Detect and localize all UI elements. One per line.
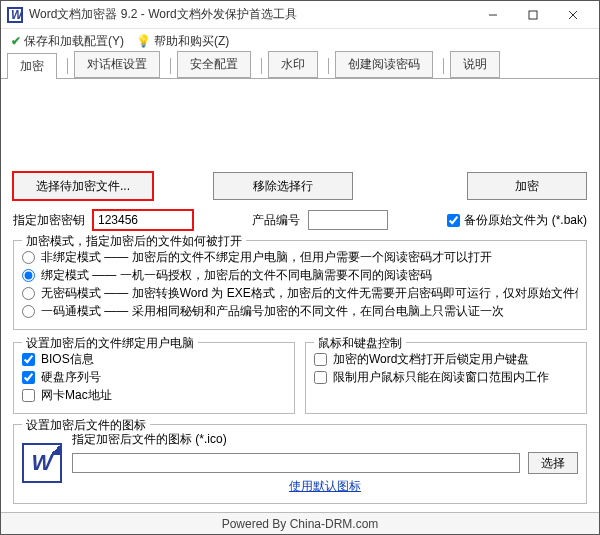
statusbar: Powered By China-DRM.com [1, 512, 599, 534]
lock-keyboard-checkbox[interactable]: 加密的Word文档打开后锁定用户键盘 [314, 351, 578, 367]
tabbar: 加密 对话框设置 安全配置 水印 创建阅读密码 说明 [1, 53, 599, 79]
menu-save-load[interactable]: ✔ 保存和加载配置(Y) [7, 31, 128, 52]
product-label: 产品编号 [252, 212, 300, 229]
select-file-button[interactable]: 选择待加密文件... [13, 172, 153, 200]
tab-about[interactable]: 说明 [450, 51, 500, 78]
svg-rect-3 [529, 11, 537, 19]
product-input[interactable] [308, 210, 388, 230]
icon-path-input[interactable] [72, 453, 520, 473]
mode-option-1[interactable]: 绑定模式 —— 一机一码授权，加密后的文件不同电脑需要不同的阅读密码 [22, 267, 578, 283]
bind-legend: 设置加密后的文件绑定用户电脑 [22, 335, 198, 352]
mouse-keyboard-group: 鼠标和键盘控制 加密的Word文档打开后锁定用户键盘 限制用户鼠标只能在阅读窗口… [305, 342, 587, 414]
encrypt-mode-group: 加密模式，指定加密后的文件如何被打开 非绑定模式 —— 加密后的文件不绑定用户电… [13, 240, 587, 330]
status-text: Powered By China-DRM.com [222, 517, 379, 531]
backup-checkbox[interactable]: 备份原始文件为 (*.bak) [447, 212, 587, 229]
tab-encrypt[interactable]: 加密 [7, 53, 57, 79]
two-column-row: 设置加密后的文件绑定用户电脑 BIOS信息 硬盘序列号 网卡Mac地址 鼠标和键… [13, 340, 587, 414]
minimize-button[interactable] [473, 1, 513, 29]
key-label: 指定加密密钥 [13, 212, 85, 229]
remove-row-button[interactable]: 移除选择行 [213, 172, 353, 200]
menu-help-label: 帮助和购买(Z) [154, 33, 229, 50]
mk-legend: 鼠标和键盘控制 [314, 335, 406, 352]
lightbulb-icon: 💡 [136, 34, 151, 48]
word-icon: W [22, 443, 62, 483]
icon-legend: 设置加密后文件的图标 [22, 417, 150, 434]
key-input[interactable] [93, 210, 193, 230]
key-row: 指定加密密钥 产品编号 备份原始文件为 (*.bak) [13, 210, 587, 230]
titlebar: W Word文档加密器 9.2 - Word文档外发保护首选工具 [1, 1, 599, 29]
menu-help-buy[interactable]: 💡 帮助和购买(Z) [132, 31, 233, 52]
mode-legend: 加密模式，指定加密后的文件如何被打开 [22, 233, 246, 250]
encrypt-button[interactable]: 加密 [467, 172, 587, 200]
mode-option-2[interactable]: 无密码模式 —— 加密转换Word 为 EXE格式，加密后的文件无需要开启密码即… [22, 285, 578, 301]
default-icon-link[interactable]: 使用默认图标 [72, 478, 578, 495]
restrict-mouse-checkbox[interactable]: 限制用户鼠标只能在阅读窗口范围内工作 [314, 369, 578, 385]
tab-dialog[interactable]: 对话框设置 [74, 51, 160, 78]
svg-text:W: W [11, 8, 23, 22]
mac-checkbox[interactable]: 网卡Mac地址 [22, 387, 286, 403]
action-button-row: 选择待加密文件... 移除选择行 加密 [13, 172, 587, 200]
menubar: ✔ 保存和加载配置(Y) 💡 帮助和购买(Z) [1, 29, 599, 53]
save-icon: ✔ [11, 34, 21, 48]
tab-content: 选择待加密文件... 移除选择行 加密 指定加密密钥 产品编号 备份原始文件为 … [1, 79, 599, 512]
hd-checkbox[interactable]: 硬盘序列号 [22, 369, 286, 385]
window-title: Word文档加密器 9.2 - Word文档外发保护首选工具 [29, 6, 473, 23]
app-window: W Word文档加密器 9.2 - Word文档外发保护首选工具 ✔ 保存和加载… [0, 0, 600, 535]
bios-checkbox[interactable]: BIOS信息 [22, 351, 286, 367]
close-button[interactable] [553, 1, 593, 29]
tab-watermark[interactable]: 水印 [268, 51, 318, 78]
mode-option-0[interactable]: 非绑定模式 —— 加密后的文件不绑定用户电脑，但用户需要一个阅读密码才可以打开 [22, 249, 578, 265]
maximize-button[interactable] [513, 1, 553, 29]
tab-security[interactable]: 安全配置 [177, 51, 251, 78]
tab-create-password[interactable]: 创建阅读密码 [335, 51, 433, 78]
mode-option-3[interactable]: 一码通模式 —— 采用相同秘钥和产品编号加密的不同文件，在同台电脑上只需认证一次 [22, 303, 578, 319]
menu-save-label: 保存和加载配置(Y) [24, 33, 124, 50]
file-list-area [13, 79, 587, 172]
bind-pc-group: 设置加密后的文件绑定用户电脑 BIOS信息 硬盘序列号 网卡Mac地址 [13, 342, 295, 414]
backup-label: 备份原始文件为 (*.bak) [464, 212, 587, 229]
browse-icon-button[interactable]: 选择 [528, 452, 578, 474]
icon-group: 设置加密后文件的图标 W 指定加密后文件的图标 (*.ico) 选择 使用默认图… [13, 424, 587, 504]
app-icon: W [7, 7, 23, 23]
